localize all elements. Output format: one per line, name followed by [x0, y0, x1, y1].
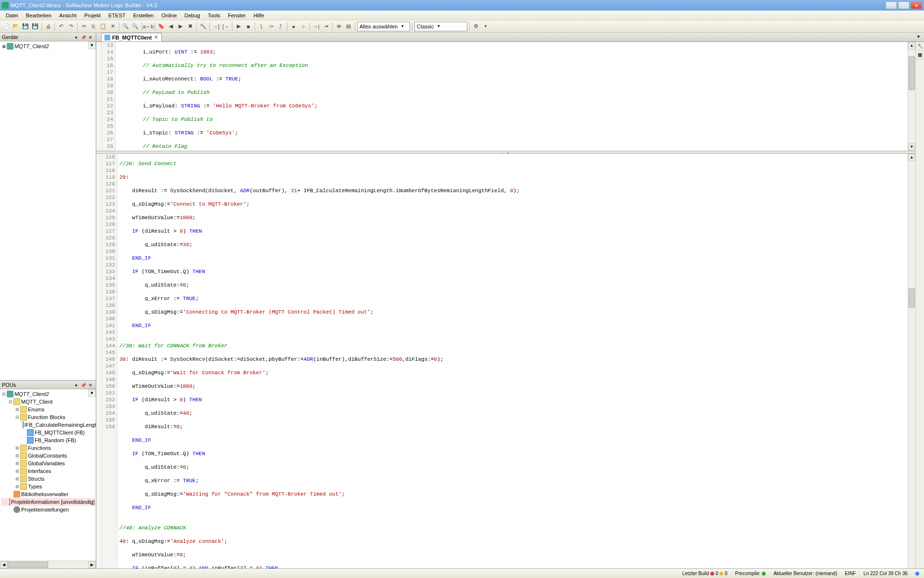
stop-icon[interactable]: ■: [244, 22, 253, 31]
open-icon[interactable]: 📂: [12, 22, 20, 31]
window-title: MQTT_Client2.library - SoMachine Motion …: [11, 2, 886, 8]
watch-icon[interactable]: 👁: [334, 22, 343, 31]
menu-ansicht[interactable]: Ansicht: [55, 12, 80, 19]
menu-online[interactable]: Online: [157, 12, 180, 19]
redo-icon[interactable]: ↷: [66, 22, 75, 31]
tab-close-icon[interactable]: ✕: [154, 34, 158, 40]
dropdown-icon[interactable]: ▼: [481, 22, 490, 31]
menu-fenster[interactable]: Fenster: [224, 12, 249, 19]
tab-dropdown-icon[interactable]: ▾: [914, 34, 922, 41]
menu-erstellen[interactable]: Erstellen: [129, 12, 158, 19]
app-icon: [2, 2, 9, 9]
login-icon[interactable]: →]: [212, 22, 220, 31]
step-icon[interactable]: ⤵: [257, 22, 266, 31]
fb-icon: [104, 35, 110, 40]
cut-icon[interactable]: ✂: [79, 22, 88, 31]
menu-debug[interactable]: Debug: [180, 12, 204, 19]
findnext-icon[interactable]: 🔍: [131, 22, 140, 31]
step-out-icon[interactable]: ⤴: [276, 22, 285, 31]
paste-icon[interactable]: 📋: [99, 22, 107, 31]
breakpoint-icon[interactable]: ●: [289, 22, 298, 31]
menu-bearbeiten[interactable]: Bearbeiten: [22, 12, 55, 19]
bookmark-prev-icon[interactable]: ◀: [167, 22, 175, 31]
build-icon[interactable]: 🔨: [199, 22, 207, 31]
save-icon[interactable]: 💾: [21, 22, 30, 31]
undo-icon[interactable]: ↶: [57, 22, 65, 31]
print-icon[interactable]: 🖨: [44, 22, 52, 31]
bookmark-clear-icon[interactable]: ✖: [186, 22, 194, 31]
menu-projekt[interactable]: Projekt: [80, 12, 104, 19]
panel-dropdown-icon[interactable]: ▾: [73, 34, 79, 40]
editor-tabstrip: FB_MQTTClient ✕ ▾: [96, 33, 924, 41]
saveall-icon[interactable]: 💾: [31, 22, 39, 31]
menu-tools[interactable]: Tools: [204, 12, 224, 19]
devices-panel-header: Geräte ▾ 📌 ✕: [0, 33, 96, 41]
replace-icon[interactable]: a↔b: [144, 22, 153, 31]
minimize-button[interactable]: ─: [886, 1, 897, 9]
menu-hilfe[interactable]: Hilfe: [250, 12, 268, 19]
cursor-icon[interactable]: ⇥: [321, 22, 330, 31]
panel-close-icon[interactable]: ✕: [87, 34, 94, 40]
menu-datei[interactable]: Datei: [2, 12, 22, 19]
delete-icon[interactable]: ✕: [108, 22, 117, 31]
menu-etest[interactable]: ETEST: [104, 12, 129, 19]
close-button[interactable]: ✕: [911, 1, 922, 9]
panel-pin-icon[interactable]: 📌: [80, 34, 87, 40]
logout-icon[interactable]: [→: [221, 22, 230, 31]
new-icon[interactable]: 📄: [2, 22, 11, 31]
gear-icon[interactable]: ⚙: [472, 22, 480, 31]
toolbar: 📄 📂 💾 💾 🖨 ↶ ↷ ✂ ⎘ 📋 ✕ 🔍 🔍 a↔b 🔖 ◀ ▶ ✖ 🔨 …: [0, 20, 924, 33]
style-combo[interactable]: Classic▼: [414, 22, 467, 31]
breakpoint-toggle-icon[interactable]: ○: [299, 22, 308, 31]
tab-fb-mqttclient[interactable]: FB_MQTTClient ✕: [101, 33, 162, 41]
run-to-icon[interactable]: →|: [312, 22, 321, 31]
find-icon[interactable]: 🔍: [121, 22, 130, 31]
window-icon[interactable]: ▤: [344, 22, 353, 31]
selection-combo[interactable]: Alles auswählen▼: [357, 22, 410, 31]
bookmark-next-icon[interactable]: ▶: [176, 22, 185, 31]
bookmark-icon[interactable]: 🔖: [157, 22, 166, 31]
titlebar: MQTT_Client2.library - SoMachine Motion …: [0, 0, 924, 11]
menubar: Datei Bearbeiten Ansicht Projekt ETEST E…: [0, 11, 924, 20]
start-icon[interactable]: ▶: [234, 22, 243, 31]
devices-title: Geräte: [2, 34, 18, 40]
maximize-button[interactable]: ▢: [898, 1, 910, 9]
step-over-icon[interactable]: ⤼: [267, 22, 275, 31]
copy-icon[interactable]: ⎘: [89, 22, 98, 31]
